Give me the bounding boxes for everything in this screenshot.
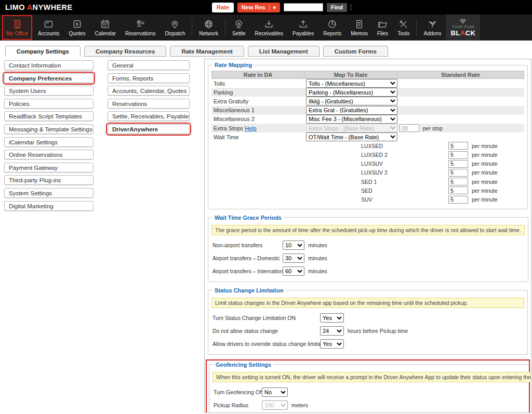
nav-divider (225, 19, 225, 36)
top-bar: LIMO ANYWHERE Rate New Res Find (0, 0, 532, 15)
sidebar-item-policies[interactable]: Policies (4, 99, 94, 109)
miscellaneous2-map-select[interactable]: Misc Fee 3 - (Miscellaneous) (306, 115, 397, 124)
nav-my-office[interactable]: My Office (2, 15, 32, 40)
dollar-circle-icon: $ (233, 19, 244, 30)
luxsed-rate-input[interactable] (448, 142, 468, 150)
find-button[interactable]: Find (327, 3, 347, 12)
extra-gratuity-map-select[interactable]: Ilkkjj - (Gratuities) (306, 97, 397, 105)
status-change-hours-select[interactable]: 24 (320, 326, 344, 336)
tab-company-resources[interactable]: Company Resources (84, 46, 166, 57)
new-res-button[interactable]: New Res (237, 3, 280, 12)
plan-badge-subtitle: YOUR PLAN (452, 25, 474, 29)
sed-rate-input[interactable] (448, 186, 468, 194)
section-title: Geofencing Settings (214, 362, 273, 368)
vehicle-type-label: LUXSUV 2 (361, 169, 448, 176)
sidebar-item-digital-marketing[interactable]: Digital Marketing (4, 201, 94, 211)
nav-reservations[interactable]: Reservations (121, 15, 160, 41)
tab-rate-management[interactable]: Rate Management (170, 46, 244, 57)
parking-map-select[interactable]: Parking - (Miscellaneous) (306, 88, 397, 97)
info-banner: The grace period is the amount of time a… (211, 225, 525, 235)
suv-rate-input[interactable] (448, 196, 468, 204)
luxsuv-rate-input[interactable] (448, 160, 468, 168)
rate-button[interactable]: Rate (212, 3, 234, 12)
nav-label: Reservations (125, 31, 155, 36)
nav-divider (192, 19, 192, 36)
miscellaneous1-map-select[interactable]: Extra Grat - (Gratuities) (306, 106, 397, 115)
sidebar-item-third-party-plugins[interactable]: Third-party Plug-ins (4, 175, 94, 185)
setting-row: Turn Geofencing ON No (214, 388, 531, 397)
table-row: Extra Stops Help Extra Stops - (Base Rat… (211, 124, 524, 132)
override-limitation-select[interactable]: Yes (320, 339, 344, 349)
extra-stops-help-link[interactable]: Help (245, 125, 257, 131)
nav-calendar[interactable]: Calendar (90, 15, 121, 41)
submenu-item-reservations[interactable]: Reservations (108, 99, 190, 109)
nav-addons[interactable]: Addons (419, 15, 446, 41)
tab-custom-forms[interactable]: Custom Forms (323, 46, 388, 57)
chevron-down-icon[interactable] (273, 3, 276, 12)
domestic-grace-select[interactable]: 30 (283, 253, 304, 263)
turn-geofencing-on-select[interactable]: No (262, 388, 288, 397)
setting-label: Turn Geofencing ON (214, 389, 258, 395)
rate-mapping-section: Rate Mapping Rate in DA Map To Rate Stan… (208, 62, 528, 209)
button-divider (269, 4, 270, 10)
vehicle-type-label: SUV (361, 196, 448, 203)
rate-label: Parking (211, 89, 306, 96)
tools-icon (398, 19, 409, 30)
sidebar-item-online-reservations[interactable]: Online Reservations (4, 150, 94, 159)
luxsuv2-rate-input[interactable] (448, 169, 468, 177)
table-row: Miscellaneous 2 Misc Fee 3 - (Miscellane… (211, 115, 524, 124)
nav-files[interactable]: Files (373, 15, 393, 41)
non-airport-grace-select[interactable]: 10 (283, 241, 304, 250)
nav-accounts[interactable]: Accounts (33, 15, 64, 41)
nav-network[interactable]: Network (194, 15, 223, 41)
sidebar-item-icalendar-settings[interactable]: iCalendar Settings (4, 137, 94, 147)
nav-dispatch[interactable]: Dispatch (160, 15, 190, 41)
folder-icon (377, 19, 388, 30)
extra-stops-amount-input[interactable] (400, 124, 419, 132)
rate-label: Tolls (211, 81, 306, 87)
tab-company-settings[interactable]: Company Settings (5, 46, 81, 57)
nav-memos[interactable]: Memos (346, 15, 373, 41)
sidebar-item-payment-gateway[interactable]: Payment Gateway (4, 163, 94, 172)
vehicle-type-label: LUXSUV (361, 161, 448, 167)
sidebar-item-readback-script-templates[interactable]: ReadBack Script Templates (4, 111, 94, 121)
nav-quotes[interactable]: $ Quotes (64, 15, 90, 41)
submenu-item-accounts-calendar-quotes[interactable]: Accounts, Calendar, Quotes (108, 86, 190, 96)
setting-row: Do not allow status change 24 hours befo… (212, 326, 524, 336)
sed1-rate-input[interactable] (448, 178, 468, 185)
plan-badge-title: BLACK (450, 29, 475, 37)
tolls-map-select[interactable]: Tolls - (Miscellaneous) (306, 79, 397, 88)
nav-divider (416, 19, 417, 36)
search-input[interactable] (284, 3, 323, 11)
vehicle-rate-row: LUXSUV 2 per minute (211, 168, 524, 177)
tab-list-management[interactable]: List Management (248, 46, 320, 57)
nav-receivables[interactable]: Receivables (250, 15, 288, 41)
submenu-item-forms-reports[interactable]: Forms, Reports (108, 73, 190, 83)
submenu-item-settle-receivables-payables[interactable]: Settle, Receivables, Payables (108, 111, 190, 121)
nav-settle[interactable]: $ Settle (228, 15, 250, 41)
nav-reports[interactable]: Reports (318, 15, 346, 41)
submenu-item-general[interactable]: General (108, 60, 190, 70)
vehicle-type-label: SED (361, 188, 448, 194)
nav-tools[interactable]: Tools (393, 15, 414, 41)
plan-badge[interactable]: YOUR PLAN BLACK (446, 15, 480, 41)
international-grace-select[interactable]: 60 (283, 266, 304, 276)
svg-text:$: $ (238, 21, 241, 26)
sidebar-item-company-preferences[interactable]: Company Preferences (4, 73, 94, 83)
nav-payables[interactable]: Payables (288, 15, 318, 41)
vehicle-rate-row: SED per minute (211, 186, 524, 195)
wait-time-map-select[interactable]: OT/Wait Time - (Base Rate) (306, 132, 397, 141)
setting-row: Turn Status Change Limitation ON Yes (212, 313, 524, 323)
setting-row: Allow drivers to override status change … (212, 339, 524, 349)
luxsed2-rate-input[interactable] (448, 151, 468, 159)
find-divider (351, 4, 351, 11)
sidebar-item-contact-information[interactable]: Contact Information (4, 60, 94, 70)
limo-anywhere-logo: LIMO ANYWHERE (5, 3, 73, 11)
sidebar-item-system-settings[interactable]: System Settings (4, 188, 94, 198)
setting-label: Allow drivers to override status change … (212, 341, 316, 347)
sidebar-item-messaging-template-settings[interactable]: Messaging & Template Settings (4, 124, 94, 134)
submenu-item-driveranywhere[interactable]: DriverAnywhere (108, 124, 190, 134)
unit-label: per minute (472, 179, 498, 185)
status-limitation-on-select[interactable]: Yes (320, 313, 344, 323)
sidebar-item-system-users[interactable]: System Users (4, 86, 94, 96)
